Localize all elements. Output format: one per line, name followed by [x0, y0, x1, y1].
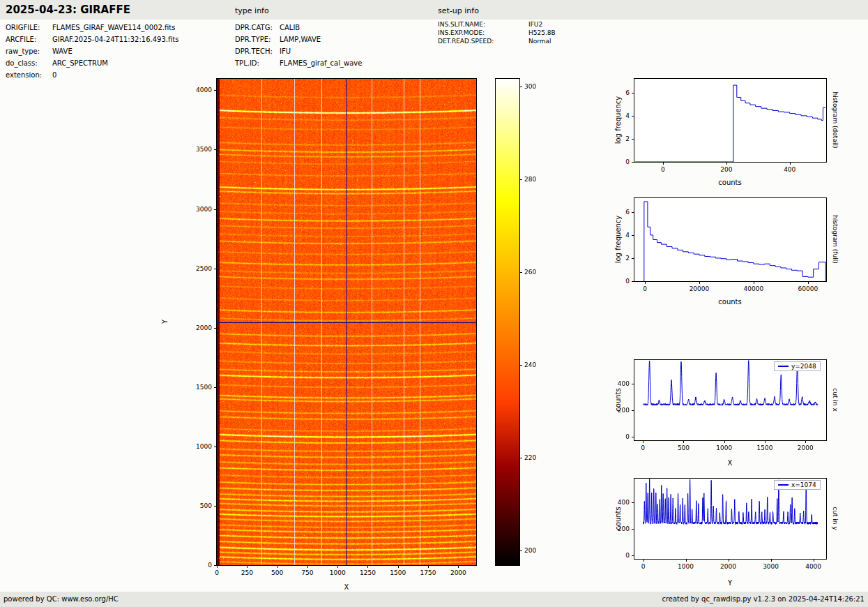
- info-value: LAMP,WAVE: [280, 36, 321, 43]
- y-tick-label: 4000: [196, 87, 212, 93]
- cut-y-side-label: cut in y: [832, 507, 839, 530]
- colorbar-tick-mark: [520, 179, 522, 180]
- y-tick-mark: [632, 529, 634, 530]
- y-tick-mark: [632, 555, 634, 556]
- setup-info-block: INS.SLIT.NAME:IFU2 INS.EXP.MODE:H525.8B …: [438, 20, 556, 45]
- y-tick-mark: [632, 162, 634, 163]
- y-tick-label: 500: [200, 502, 212, 509]
- y-tick-mark: [214, 447, 216, 447]
- y-tick-label: 2000: [196, 324, 212, 331]
- y-tick-label: 200: [618, 525, 630, 532]
- info-label: raw_type:: [6, 45, 52, 57]
- y-tick-label: 0: [625, 433, 630, 440]
- x-tick-mark: [699, 282, 700, 284]
- y-tick-mark: [632, 116, 634, 117]
- x-tick-label: 1000: [716, 444, 732, 451]
- y-tick-mark: [632, 258, 634, 259]
- x-tick-mark: [337, 566, 338, 568]
- x-tick-label: 1500: [390, 569, 406, 576]
- x-tick-mark: [644, 560, 644, 562]
- y-tick-label: 2: [625, 135, 630, 142]
- info-value: IFU: [280, 47, 291, 55]
- cut-in-y-plot: [634, 478, 827, 560]
- x-tick-label: 2000: [798, 444, 814, 451]
- type-info-heading: type info: [235, 6, 269, 15]
- histogram-detail-plot: [634, 78, 827, 163]
- x-tick-label: 3000: [763, 563, 779, 570]
- y-tick-mark: [214, 269, 216, 269]
- y-tick-label: 3500: [196, 146, 212, 153]
- y-tick-label: 0: [625, 278, 630, 285]
- x-tick-mark: [683, 441, 684, 443]
- info-row: DPR.CATG:CALIB: [235, 22, 362, 33]
- x-tick-label: 0: [661, 166, 665, 173]
- x-tick-mark: [367, 566, 368, 568]
- info-label: extension:: [6, 69, 52, 81]
- cut-x-legend: y=2048: [774, 361, 821, 371]
- footer-powered-by: powered by QC: www.eso.org/HC: [3, 595, 119, 603]
- y-tick-mark: [632, 212, 634, 213]
- x-tick-label: 1750: [420, 569, 436, 576]
- x-tick-mark: [645, 282, 646, 284]
- type-info-block: DPR.CATG:CALIB DPR.TYPE:LAMP,WAVE DPR.TE…: [235, 22, 362, 69]
- footer-bar: powered by QC: www.eso.org/HC created by…: [0, 592, 868, 607]
- info-value: 0: [52, 71, 56, 79]
- colorbar-tick-label: 200: [524, 547, 536, 554]
- page-title: 2025-04-23: GIRAFFE: [6, 3, 130, 16]
- y-tick-label: 0: [208, 562, 212, 569]
- raw-frame-heatmap: [216, 78, 477, 566]
- y-tick-label: 6: [625, 89, 630, 96]
- colorbar-tick-label: 260: [524, 269, 536, 276]
- y-tick-mark: [632, 437, 634, 437]
- y-tick-mark: [214, 90, 216, 91]
- y-tick-label: 6: [625, 209, 630, 216]
- x-tick-label: 1250: [360, 569, 376, 576]
- y-tick-mark: [632, 139, 634, 140]
- x-tick-label: 750: [301, 569, 313, 576]
- main-y-axis-label: Y: [161, 320, 169, 324]
- info-value: CALIB: [280, 24, 300, 31]
- x-tick-mark: [790, 163, 791, 165]
- info-label: TPL.ID:: [235, 57, 280, 69]
- info-value: Normal: [528, 38, 551, 45]
- cut-x-side-label: cut in x: [832, 388, 839, 411]
- y-tick-label: 400: [618, 380, 630, 387]
- info-label: do_class:: [6, 57, 52, 69]
- colorbar: [495, 78, 520, 566]
- y-tick-mark: [214, 565, 216, 566]
- cut-y-legend: x=1074: [774, 480, 821, 490]
- info-label: DPR.TYPE:: [235, 33, 280, 45]
- info-row: DPR.TYPE:LAMP,WAVE: [235, 33, 362, 45]
- y-tick-label: 400: [618, 499, 630, 506]
- x-tick-label: 1500: [757, 444, 773, 451]
- y-tick-mark: [214, 149, 216, 150]
- x-tick-mark: [765, 441, 766, 443]
- info-value: GIRAF.2025-04-24T11:32:16.493.fits: [52, 36, 178, 43]
- info-row: extension:0: [6, 69, 178, 81]
- info-value: IFU2: [528, 21, 542, 28]
- y-tick-mark: [214, 209, 216, 210]
- info-label: INS.SLIT.NAME:: [438, 20, 528, 29]
- setup-info-heading: set-up info: [438, 6, 479, 15]
- hist-detail-x-axis-label: counts: [718, 179, 741, 186]
- x-tick-mark: [458, 566, 459, 568]
- y-tick-mark: [632, 281, 634, 282]
- x-tick-label: 500: [271, 569, 283, 576]
- x-tick-label: 500: [678, 444, 690, 451]
- x-tick-label: 1000: [678, 563, 694, 570]
- header-bar: 2025-04-23: GIRAFFE type info set-up inf…: [0, 0, 868, 20]
- x-tick-label: 250: [241, 569, 253, 576]
- y-tick-mark: [632, 410, 634, 411]
- x-tick-label: 1000: [330, 569, 346, 576]
- hist-detail-side-label: histogram (detail): [832, 92, 839, 149]
- x-tick-label: 2000: [450, 569, 466, 576]
- y-tick-mark: [214, 506, 216, 507]
- cut-y-x-axis-label: Y: [728, 579, 732, 587]
- info-value: WAVE: [52, 47, 73, 55]
- colorbar-tick-mark: [520, 550, 522, 551]
- x-tick-mark: [307, 566, 308, 568]
- info-value: FLAMES_giraf_cal_wave: [280, 59, 362, 67]
- x-tick-label: 4000: [805, 563, 821, 570]
- x-tick-mark: [724, 441, 725, 443]
- hist-full-y-axis-label: log frequency: [614, 216, 622, 264]
